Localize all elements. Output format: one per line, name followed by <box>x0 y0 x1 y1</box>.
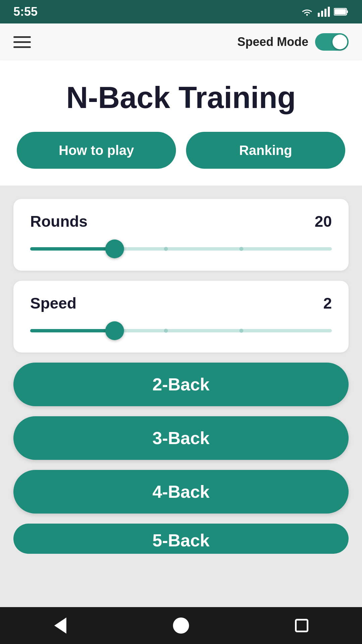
app-title: N-Back Training <box>17 80 345 115</box>
rounds-label: Rounds <box>30 212 87 230</box>
app-bar: Speed Mode <box>0 23 362 60</box>
svg-rect-3 <box>328 7 330 17</box>
nav-recents-button[interactable] <box>288 612 315 639</box>
svg-rect-2 <box>324 9 326 17</box>
speed-tick-2 <box>239 329 243 333</box>
speed-mode-toggle[interactable] <box>315 33 349 51</box>
header-card: N-Back Training How to play Ranking <box>0 60 362 185</box>
rounds-slider-track <box>30 247 332 251</box>
nav-bar <box>0 607 362 644</box>
ranking-button[interactable]: Ranking <box>186 132 345 169</box>
how-to-play-button[interactable]: How to play <box>17 132 176 169</box>
4-back-button[interactable]: 4-Back <box>13 470 349 514</box>
speed-header: Speed 2 <box>30 294 332 312</box>
speed-tick-1 <box>164 329 168 333</box>
hamburger-line-2 <box>13 41 31 43</box>
status-time: 5:55 <box>13 5 38 19</box>
recents-square-icon <box>295 619 308 632</box>
svg-rect-6 <box>335 9 346 14</box>
rounds-slider-container[interactable] <box>30 240 332 257</box>
rounds-slider-card: Rounds 20 <box>13 199 349 271</box>
wifi-icon <box>300 7 314 17</box>
nav-home-button[interactable] <box>168 612 194 639</box>
hamburger-menu-button[interactable] <box>13 36 31 48</box>
rounds-tick-1 <box>164 247 168 251</box>
speed-label: Speed <box>30 294 76 312</box>
status-bar: 5:55 <box>0 0 362 23</box>
battery-icon <box>334 7 349 16</box>
5-back-button-partial[interactable]: 5-Back <box>13 524 349 554</box>
back-arrow-icon <box>54 618 66 634</box>
game-buttons-container: 2-Back 3-Back 4-Back 5-Back <box>13 363 349 554</box>
speed-mode-container: Speed Mode <box>237 33 349 51</box>
nav-back-button[interactable] <box>47 612 74 639</box>
speed-value: 2 <box>323 294 332 312</box>
rounds-slider-thumb[interactable] <box>105 239 124 258</box>
signal-icon <box>318 7 330 17</box>
main-content: Rounds 20 Speed 2 <box>0 185 362 607</box>
rounds-header: Rounds 20 <box>30 212 332 230</box>
speed-slider-card: Speed 2 <box>13 281 349 353</box>
svg-rect-5 <box>347 10 348 13</box>
toggle-knob <box>333 35 347 49</box>
status-icons <box>300 7 349 17</box>
speed-slider-fill <box>30 329 115 332</box>
speed-mode-label: Speed Mode <box>237 35 308 49</box>
header-buttons: How to play Ranking <box>17 132 345 169</box>
svg-rect-0 <box>318 13 320 17</box>
rounds-value: 20 <box>315 212 332 230</box>
speed-slider-track <box>30 329 332 332</box>
rounds-slider-fill <box>30 247 115 251</box>
hamburger-line-1 <box>13 36 31 38</box>
speed-slider-thumb[interactable] <box>105 321 124 340</box>
hamburger-line-3 <box>13 46 31 48</box>
speed-slider-container[interactable] <box>30 322 332 339</box>
3-back-button[interactable]: 3-Back <box>13 416 349 460</box>
home-circle-icon <box>173 618 189 634</box>
2-back-button[interactable]: 2-Back <box>13 363 349 406</box>
svg-rect-1 <box>321 11 323 17</box>
rounds-tick-2 <box>239 247 243 251</box>
